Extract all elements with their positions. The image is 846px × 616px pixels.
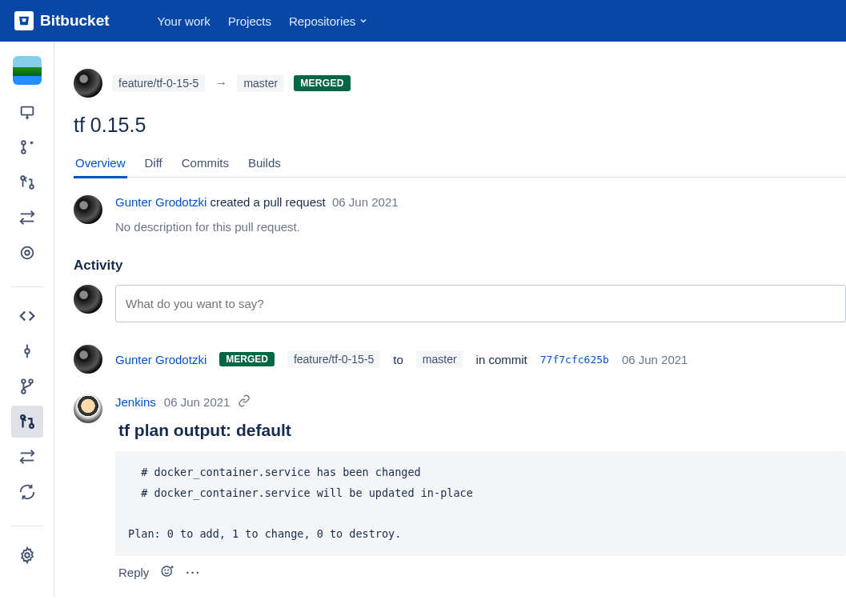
comment-input[interactable] <box>115 285 846 322</box>
main-content: feature/tf-0-15-5 → master MERGED tf 0.1… <box>54 42 846 597</box>
tab-overview[interactable]: Overview <box>74 150 127 178</box>
sidebar-create-pr[interactable] <box>11 166 43 198</box>
permalink-icon[interactable] <box>238 394 251 410</box>
divider <box>11 526 43 526</box>
sidebar-fork[interactable] <box>11 237 43 269</box>
top-nav: Bitbucket Your work Projects Repositorie… <box>0 0 846 42</box>
svg-point-10 <box>25 349 30 354</box>
reply-button[interactable]: Reply <box>118 566 149 579</box>
svg-point-23 <box>168 570 169 570</box>
author-link[interactable]: Gunter Grodotzki <box>115 353 206 366</box>
pr-title: tf 0.15.5 <box>74 114 846 137</box>
sidebar-clone[interactable] <box>11 96 43 128</box>
nav-links: Your work Projects Repositories <box>158 14 369 28</box>
nav-projects[interactable]: Projects <box>228 14 271 28</box>
sidebar-create-branch[interactable] <box>11 131 43 163</box>
svg-point-15 <box>22 390 26 394</box>
created-action: created a pull request <box>210 195 325 209</box>
source-branch[interactable]: feature/tf-0-15-5 <box>112 74 205 92</box>
comment-date: 06 Jun 2021 <box>164 395 231 409</box>
author-avatar[interactable] <box>74 345 102 374</box>
merged-event: Gunter Grodotzki MERGED feature/tf-0-15-… <box>74 345 846 374</box>
nav-your-work[interactable]: Your work <box>158 14 210 28</box>
svg-point-5 <box>30 185 34 189</box>
comment-author[interactable]: Jenkins <box>115 395 156 409</box>
tab-builds[interactable]: Builds <box>247 150 283 177</box>
merged-date: 06 Jun 2021 <box>622 353 688 366</box>
svg-point-20 <box>25 553 30 558</box>
status-badge: MERGED <box>219 352 275 366</box>
sidebar-branches[interactable] <box>11 370 43 402</box>
svg-point-3 <box>22 150 26 154</box>
author-avatar[interactable] <box>74 69 102 98</box>
comment-actions: Reply ··· <box>115 564 846 581</box>
svg-point-2 <box>22 141 26 145</box>
svg-point-17 <box>30 424 34 428</box>
svg-point-21 <box>162 566 172 576</box>
project-avatar[interactable] <box>13 56 42 85</box>
svg-point-14 <box>29 379 33 383</box>
jenkins-avatar[interactable] <box>74 394 102 423</box>
target-branch[interactable]: master <box>237 74 284 92</box>
sidebar-compare[interactable] <box>11 202 43 234</box>
sidebar-forks-list[interactable] <box>11 441 43 473</box>
tab-diff[interactable]: Diff <box>143 150 164 177</box>
author-link[interactable]: Gunter Grodotzki <box>115 195 206 209</box>
svg-rect-0 <box>21 107 33 115</box>
sidebar-pull-requests[interactable] <box>11 406 43 438</box>
tab-commits[interactable]: Commits <box>180 150 231 177</box>
svg-point-9 <box>25 250 30 255</box>
arrow-icon: → <box>215 76 227 90</box>
more-actions-button[interactable]: ··· <box>186 566 201 579</box>
brand-logo[interactable]: Bitbucket <box>14 11 110 30</box>
react-button[interactable] <box>160 564 174 581</box>
svg-point-22 <box>165 570 166 570</box>
author-avatar[interactable] <box>74 195 102 224</box>
tabs: Overview Diff Commits Builds <box>74 150 846 178</box>
target-branch[interactable]: master <box>416 350 463 368</box>
sidebar-builds[interactable] <box>11 476 43 508</box>
nav-repositories[interactable]: Repositories <box>289 14 368 28</box>
sidebar <box>0 42 54 597</box>
merged-to: to <box>393 353 403 366</box>
svg-point-13 <box>22 379 26 383</box>
created-date: 06 Jun 2021 <box>332 195 399 209</box>
bitbucket-icon <box>14 11 34 30</box>
divider <box>11 286 43 287</box>
brand-name: Bitbucket <box>40 12 110 30</box>
current-user-avatar[interactable] <box>74 285 102 314</box>
in-commit-label: in commit <box>476 353 527 366</box>
comment: Jenkins 06 Jun 2021 tf plan output: defa… <box>74 394 846 581</box>
status-badge: MERGED <box>294 75 350 91</box>
activity-heading: Activity <box>74 258 846 274</box>
sidebar-source[interactable] <box>11 300 43 332</box>
comment-title: tf plan output: default <box>115 421 846 440</box>
pr-description: No description for this pull request. <box>115 220 399 234</box>
comment-box-row <box>74 285 846 322</box>
code-block: # docker_container.service has been chan… <box>115 451 846 556</box>
pr-created-row: Gunter Grodotzki created a pull request … <box>74 195 846 234</box>
source-branch[interactable]: feature/tf-0-15-5 <box>287 350 380 368</box>
pr-header: feature/tf-0-15-5 → master MERGED <box>74 69 846 98</box>
chevron-down-icon <box>359 16 368 26</box>
sidebar-commits[interactable] <box>11 335 43 367</box>
svg-point-8 <box>21 247 33 259</box>
sidebar-settings[interactable] <box>11 539 43 571</box>
commit-hash[interactable]: 77f7cfc625b <box>540 354 609 366</box>
